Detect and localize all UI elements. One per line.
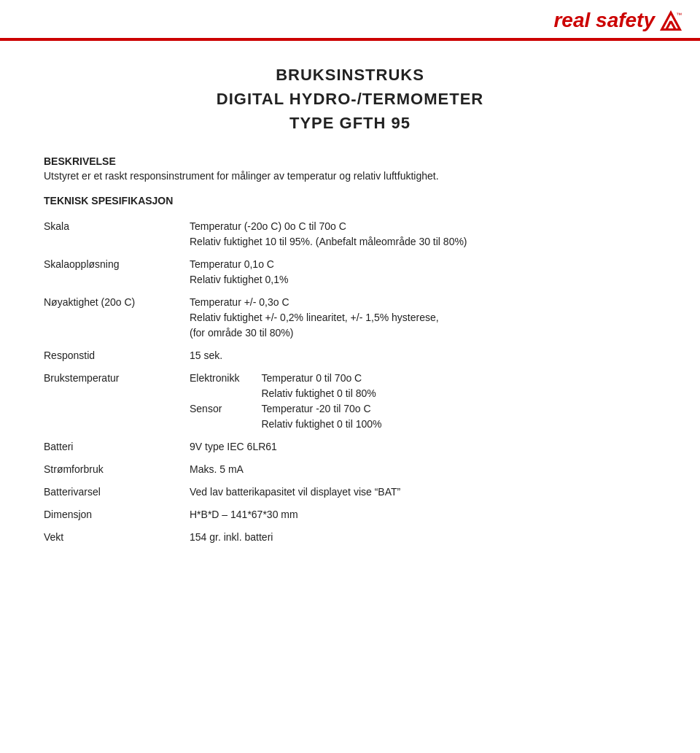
table-row: Vekt 154 gr. inkl. batteri	[44, 526, 656, 549]
spec-label-batteri: Batteri	[44, 436, 190, 458]
svg-text:™: ™	[676, 12, 682, 18]
logo-area: real safety ™	[553, 9, 682, 32]
spec-label-brukstemperatur: Brukstemperatur	[44, 367, 190, 436]
spec-value-stromforbruk: Maks. 5 mA	[190, 458, 656, 481]
teknisk-heading: TEKNISK SPESIFIKASJON	[44, 195, 656, 206]
brukstemperatur-sub-label-elektronikk: Elektronikk	[190, 371, 261, 401]
spec-value-brukstemperatur: Elektronikk Temperatur 0 til 70o C Relat…	[190, 367, 656, 436]
spec-value-skalaopplosning: Temperatur 0,1o C Relativ fuktighet 0,1%	[190, 253, 656, 291]
beskrivelse-text: Utstyret er et raskt responsinstrument f…	[44, 170, 656, 182]
spec-value-responstid: 15 sek.	[190, 344, 656, 367]
table-row: Nøyaktighet (20o C) Temperatur +/- 0,3o …	[44, 291, 656, 344]
svg-line-2	[671, 21, 675, 30]
spec-value-skala: Temperatur (-20o C) 0o C til 70o C Relat…	[190, 215, 656, 253]
table-row: Sensor Temperatur -20 til 70o C Relativ …	[190, 401, 381, 432]
brukstemperatur-sub-label-sensor: Sensor	[190, 401, 261, 432]
spec-label-vekt: Vekt	[44, 526, 190, 549]
spec-value-batteri: 9V type IEC 6LR61	[190, 436, 656, 458]
brukstemperatur-sub-value-sensor: Temperatur -20 til 70o C Relativ fuktigh…	[261, 401, 381, 432]
spec-label-dimensjon: Dimensjon	[44, 503, 190, 526]
spec-label-noyaktighet: Nøyaktighet (20o C)	[44, 291, 190, 344]
spec-label-stromforbruk: Strømforbruk	[44, 458, 190, 481]
brukstemperatur-sub-value-elektronikk: Temperatur 0 til 70o C Relativ fuktighet…	[261, 371, 381, 401]
table-row: Dimensjon H*B*D – 141*67*30 mm	[44, 503, 656, 526]
spec-value-noyaktighet: Temperatur +/- 0,3o C Relativ fuktighet …	[190, 291, 656, 344]
title-block: BRUKSINSTRUKS DIGITAL HYDRO-/TERMOMETER …	[44, 63, 656, 135]
spec-value-vekt: 154 gr. inkl. batteri	[190, 526, 656, 549]
page-header: real safety ™	[0, 0, 700, 41]
logo-icon: ™	[659, 9, 682, 32]
table-row: Batteri 9V type IEC 6LR61	[44, 436, 656, 458]
spec-label-skala: Skala	[44, 215, 190, 253]
spec-label-batterivarsel: Batterivarsel	[44, 481, 190, 503]
table-row: Elektronikk Temperatur 0 til 70o C Relat…	[190, 371, 381, 401]
logo-text: real safety	[553, 9, 655, 32]
spec-label-skalaopplosning: Skalaoppløsning	[44, 253, 190, 291]
table-row: Skalaoppløsning Temperatur 0,1o C Relati…	[44, 253, 656, 291]
table-row: Strømforbruk Maks. 5 mA	[44, 458, 656, 481]
table-row: Skala Temperatur (-20o C) 0o C til 70o C…	[44, 215, 656, 253]
document-title: BRUKSINSTRUKS DIGITAL HYDRO-/TERMOMETER …	[44, 63, 656, 135]
spec-table: Skala Temperatur (-20o C) 0o C til 70o C…	[44, 215, 656, 549]
spec-value-batterivarsel: Ved lav batterikapasitet vil displayet v…	[190, 481, 656, 503]
table-row: Brukstemperatur Elektronikk Temperatur 0…	[44, 367, 656, 436]
spec-value-dimensjon: H*B*D – 141*67*30 mm	[190, 503, 656, 526]
svg-line-1	[666, 21, 671, 30]
beskrivelse-section: BESKRIVELSE Utstyret er et raskt respons…	[44, 155, 656, 182]
table-row: Responstid 15 sek.	[44, 344, 656, 367]
table-row: Batterivarsel Ved lav batterikapasitet v…	[44, 481, 656, 503]
teknisk-section: TEKNISK SPESIFIKASJON Skala Temperatur (…	[44, 195, 656, 549]
beskrivelse-heading: BESKRIVELSE	[44, 155, 656, 167]
spec-label-responstid: Responstid	[44, 344, 190, 367]
main-content: BRUKSINSTRUKS DIGITAL HYDRO-/TERMOMETER …	[0, 41, 700, 578]
